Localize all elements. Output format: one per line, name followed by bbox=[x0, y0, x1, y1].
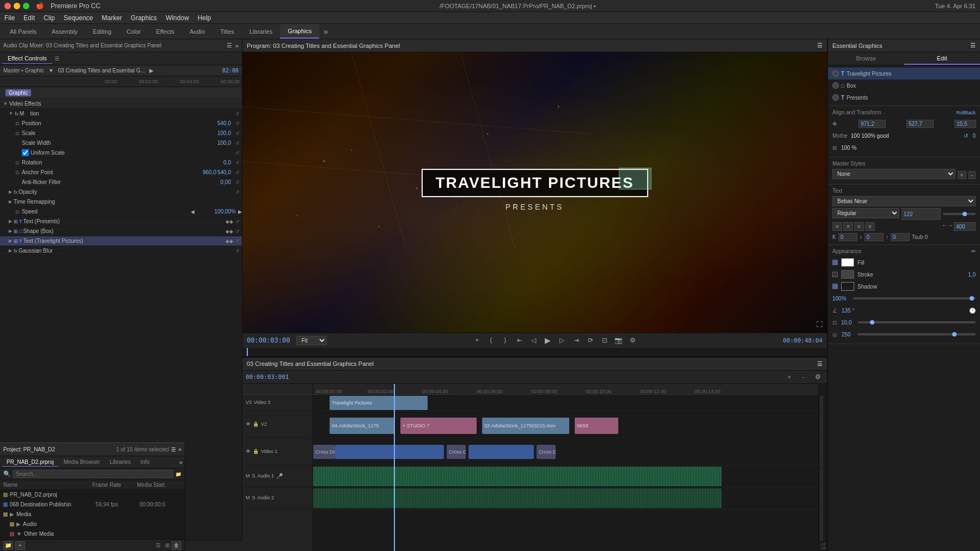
opacity-thumb[interactable] bbox=[970, 296, 974, 301]
proj-tab-media-browser[interactable]: Media Browser bbox=[59, 458, 105, 466]
blur-slider[interactable] bbox=[857, 333, 976, 335]
a1-solo-icon[interactable]: S bbox=[252, 473, 255, 479]
appearance-edit-icon[interactable]: ✏ bbox=[971, 248, 976, 254]
clip-v2-3[interactable]: 02-AdobeStock_117503215.mov bbox=[482, 418, 569, 434]
position-stopwatch[interactable]: ⊙ bbox=[15, 121, 22, 126]
stroke-checkbox[interactable] bbox=[832, 272, 838, 277]
shape-box-reset[interactable]: ↺ bbox=[233, 229, 242, 234]
position-value[interactable]: 540,0 bbox=[190, 120, 233, 126]
blur-thumb[interactable] bbox=[952, 332, 957, 336]
tab-audio[interactable]: Audio bbox=[182, 24, 212, 39]
traffic-lights[interactable] bbox=[4, 3, 29, 9]
play-button[interactable]: ▶ bbox=[542, 335, 554, 345]
speed-row[interactable]: ⊙ Speed ◀ 100,00% ▶ bbox=[0, 207, 242, 217]
menu-file[interactable]: File bbox=[4, 14, 15, 22]
anchor-reset[interactable]: ↺ bbox=[233, 170, 242, 175]
menu-marker[interactable]: Marker bbox=[102, 14, 122, 22]
motion-arrow[interactable]: ▼ bbox=[9, 111, 13, 116]
at-y-input[interactable] bbox=[906, 120, 934, 128]
a1-mute-icon[interactable]: M bbox=[246, 473, 250, 479]
speed-value[interactable]: 100,00% bbox=[194, 209, 238, 215]
kerning-input[interactable] bbox=[838, 233, 857, 241]
panel-expand-icon[interactable]: » bbox=[235, 42, 239, 49]
text-travelight-row[interactable]: ▶ ⊞ T Text (Travelight Pictures) ◆◆ ↺ bbox=[0, 236, 242, 246]
leading-input[interactable] bbox=[865, 233, 884, 241]
tab-libraries[interactable]: Libraries bbox=[242, 24, 280, 39]
position-reset[interactable]: ↺ bbox=[233, 121, 242, 126]
size-slider[interactable] bbox=[943, 213, 976, 215]
speed-fwd-icon[interactable]: ▶ bbox=[238, 209, 242, 215]
maximize-button[interactable] bbox=[23, 3, 29, 9]
tab-titles[interactable]: Titles bbox=[212, 24, 242, 39]
scale-row[interactable]: ⊙ Scale 100,0 ↺ bbox=[0, 128, 242, 138]
proj-expand-icon[interactable]: » bbox=[178, 446, 181, 452]
stroke-swatch[interactable] bbox=[841, 270, 854, 279]
scale-reset[interactable]: ↺ bbox=[233, 131, 242, 136]
opacity-slider[interactable] bbox=[853, 297, 976, 299]
tab-browse[interactable]: Browse bbox=[828, 52, 904, 65]
fill-checkbox[interactable] bbox=[832, 260, 838, 265]
panel-menu-icon[interactable]: ☰ bbox=[227, 42, 232, 49]
font-size-input[interactable] bbox=[902, 208, 941, 220]
timeline-menu-icon[interactable]: ☰ bbox=[817, 360, 823, 368]
blur-val[interactable]: 250 bbox=[842, 332, 851, 338]
v2-lock-icon[interactable]: 🔒 bbox=[253, 421, 259, 427]
proj-item-media[interactable]: ▶ Media bbox=[0, 510, 185, 519]
tl-zoom-out[interactable]: - bbox=[798, 372, 809, 382]
clip-v2-2[interactable]: + STUDIO ? bbox=[400, 418, 477, 434]
travelight-reset[interactable]: ↺ bbox=[233, 238, 242, 244]
opacity-appearance-val[interactable]: 100% bbox=[832, 296, 847, 302]
motion-reset[interactable]: ↺ bbox=[233, 111, 242, 117]
v1-eye-icon[interactable]: 👁 bbox=[246, 449, 251, 454]
size-thumb[interactable] bbox=[963, 212, 967, 216]
scale-value[interactable]: 100,0 bbox=[190, 130, 233, 136]
travelight-arrow[interactable]: ▶ bbox=[9, 238, 12, 243]
layer-presents[interactable]: T Presents bbox=[828, 91, 980, 103]
scale-width-row[interactable]: Scale Width 100,0 ↺ bbox=[0, 138, 242, 148]
align-left-btn[interactable]: ≡ bbox=[832, 222, 842, 231]
mark-in-button[interactable]: ⟨ bbox=[485, 335, 497, 345]
v1-clip2[interactable] bbox=[468, 445, 534, 459]
rollback-label[interactable]: RollBack bbox=[956, 110, 976, 115]
list-view-icon[interactable]: ☰ bbox=[156, 542, 161, 548]
go-to-in-button[interactable]: ⇤ bbox=[514, 335, 526, 345]
stroke-value[interactable]: 1,0 bbox=[968, 272, 976, 278]
icon-view-icon[interactable]: ⊞ bbox=[165, 542, 169, 548]
at-w-input[interactable] bbox=[954, 120, 976, 128]
tl-zoom-in[interactable]: + bbox=[783, 372, 795, 382]
anchor-y-value[interactable]: 540,0 bbox=[217, 169, 233, 175]
fill-swatch[interactable] bbox=[841, 258, 854, 267]
proj-item-prproj[interactable]: PR_NAB_D2.prproj bbox=[0, 490, 185, 500]
at-x-input[interactable] bbox=[859, 120, 886, 128]
anchor-point-row[interactable]: ⊙ Anchor Point 960,0 540,0 ↺ bbox=[0, 168, 242, 177]
more-tabs-icon[interactable]: » bbox=[319, 25, 332, 38]
proj-tab-info[interactable]: Info bbox=[136, 458, 154, 466]
chevron-icon[interactable]: ▼ bbox=[48, 68, 54, 74]
tab-assembly[interactable]: Assembly bbox=[44, 24, 86, 39]
angle-val[interactable]: 135 ° bbox=[842, 308, 854, 314]
menu-help[interactable]: Help bbox=[198, 14, 211, 22]
scale-percent-val[interactable]: 100 % bbox=[841, 145, 856, 151]
align-right-btn[interactable]: ≡ bbox=[854, 222, 864, 231]
video-effects-arrow[interactable]: ▼ bbox=[3, 101, 8, 106]
layer-box[interactable]: □ Box bbox=[828, 79, 980, 91]
dist-val[interactable]: 10,0 bbox=[841, 320, 851, 326]
box-eye[interactable] bbox=[832, 82, 839, 89]
shadow-swatch[interactable] bbox=[841, 282, 854, 291]
anti-flicker-row[interactable]: Anti-flicker Filter 0,00 ↺ bbox=[0, 177, 242, 187]
loop-button[interactable]: ⟳ bbox=[585, 335, 596, 345]
gaussian-arrow[interactable]: ▶ bbox=[9, 248, 12, 253]
monitor-menu-icon[interactable]: ☰ bbox=[817, 42, 823, 49]
align-center-btn[interactable]: ≡ bbox=[843, 222, 853, 231]
dist-slider[interactable] bbox=[858, 321, 976, 323]
go-to-out-button[interactable]: ⇥ bbox=[570, 335, 582, 345]
tl-settings[interactable]: ⚙ bbox=[812, 372, 824, 382]
rotation-row[interactable]: ⊙ Rotation 0,0 ↺ bbox=[0, 158, 242, 168]
clip-v2-1[interactable]: 04-AdobeStock_1175 bbox=[330, 418, 395, 434]
tab-graphics[interactable]: Graphics bbox=[280, 24, 319, 39]
opacity-reset[interactable]: ↺ bbox=[233, 189, 242, 195]
font-select[interactable]: Bebas Neue bbox=[832, 196, 976, 206]
new-item-btn[interactable]: + bbox=[15, 541, 25, 550]
rotation-reset-btn[interactable]: ↺ bbox=[964, 133, 968, 139]
proj-tabs-expand[interactable]: » bbox=[179, 459, 182, 466]
